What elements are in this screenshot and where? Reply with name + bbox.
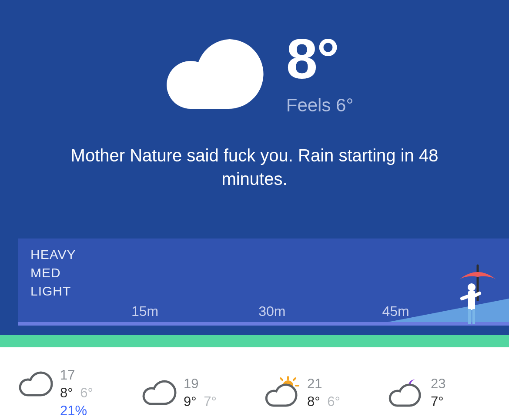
- partly-cloudy-night-icon: [386, 375, 425, 410]
- precip-label-med: MED: [30, 265, 509, 280]
- svg-line-8: [294, 378, 295, 380]
- weather-message: Mother Nature said fuck you. Rain starti…: [54, 144, 455, 191]
- person-umbrella-icon: [454, 262, 502, 329]
- precip-time-30: 30m: [258, 303, 285, 319]
- svg-rect-2: [468, 291, 475, 310]
- precip-label-heavy: HEAVY: [30, 247, 509, 262]
- hour-feels: 6°: [80, 385, 93, 400]
- feels-like-temperature: Feels 6°: [286, 95, 354, 116]
- cloud-icon: [16, 366, 54, 401]
- hourly-item[interactable]: 19 9° 7°: [139, 375, 252, 411]
- partly-sunny-icon: [263, 375, 301, 410]
- hour-temp: 7°: [431, 394, 444, 409]
- svg-rect-4: [472, 309, 475, 324]
- hour-feels: 6°: [327, 394, 340, 409]
- hour-temp: 8°: [307, 394, 320, 409]
- hour-time: 19: [184, 375, 217, 393]
- hour-temp: 9°: [184, 394, 197, 409]
- hour-time: 23: [431, 375, 445, 393]
- hour-time: 21: [307, 375, 340, 393]
- hour-precip-chance: 21%: [60, 402, 93, 420]
- hour-time: 17: [60, 366, 93, 384]
- precip-baseline: [18, 322, 509, 326]
- current-weather-panel: 8° Feels 6° Mother Nature said fuck you.…: [0, 0, 509, 335]
- svg-line-9: [281, 378, 282, 380]
- hour-temp: 8°: [60, 385, 73, 400]
- hourly-item[interactable]: 17 8° 6° 21%: [16, 366, 129, 420]
- current-temperature: 8°: [286, 30, 354, 87]
- hourly-forecast-strip[interactable]: 17 8° 6° 21% 19 9° 7°: [0, 347, 509, 420]
- ground-strip: [0, 335, 509, 347]
- svg-point-1: [468, 283, 476, 291]
- svg-rect-3: [468, 309, 471, 324]
- cloud-icon: [139, 375, 177, 410]
- hourly-item[interactable]: 21 8° 6°: [263, 375, 376, 411]
- precip-time-15: 15m: [131, 303, 158, 319]
- cloud-icon: [156, 26, 269, 122]
- hourly-item[interactable]: 23 7°: [386, 375, 499, 411]
- precipitation-chart: HEAVY MED LIGHT 15m 30m 45m: [18, 239, 509, 326]
- hour-feels: 7°: [204, 394, 217, 409]
